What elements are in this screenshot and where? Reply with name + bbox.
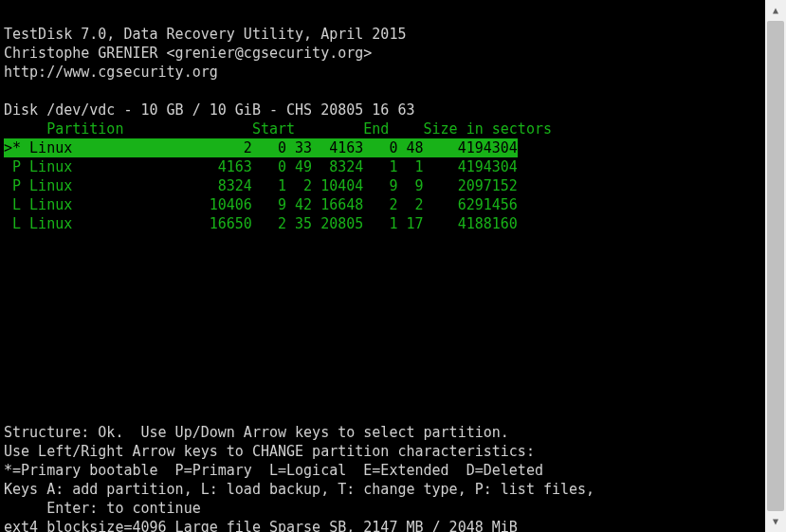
structure-status: Structure: Ok. Use Up/Down Arrow keys to… [4, 424, 509, 441]
help-line: Use Left/Right Arrow keys to CHANGE part… [4, 443, 535, 460]
scrollbar[interactable]: ▲ ▼ [765, 0, 786, 532]
partition-row[interactable]: P Linux 8324 1 2 10404 9 9 2097152 [4, 177, 518, 194]
legend-line: *=Primary bootable P=Primary L=Logical E… [4, 462, 543, 479]
app-title-line: TestDisk 7.0, Data Recovery Utility, Apr… [4, 26, 406, 43]
scrollbar-thumb[interactable] [767, 21, 784, 511]
fsinfo-line: ext4 blocksize=4096 Large_file Sparse_SB… [4, 519, 518, 532]
disk-info: Disk /dev/vdc - 10 GB / 10 GiB - CHS 208… [4, 101, 414, 119]
partition-row-selected[interactable]: >* Linux 2 0 33 4163 0 48 4194304 [4, 138, 518, 157]
partition-row[interactable]: L Linux 10406 9 42 16648 2 2 6291456 [4, 196, 518, 213]
scroll-down-icon[interactable]: ▼ [765, 511, 786, 532]
keys-line: Keys A: add partition, L: load backup, T… [4, 481, 594, 498]
terminal-output: TestDisk 7.0, Data Recovery Utility, Apr… [0, 0, 765, 532]
scroll-up-icon[interactable]: ▲ [765, 0, 786, 21]
partition-row[interactable]: P Linux 4163 0 49 8324 1 1 4194304 [4, 158, 518, 175]
url-line: http://www.cgsecurity.org [4, 64, 218, 81]
partition-table-header: Partition Start End Size in sectors [4, 120, 552, 138]
partition-row[interactable]: L Linux 16650 2 35 20805 1 17 4188160 [4, 215, 518, 232]
enter-line: Enter: to continue [4, 500, 201, 517]
author-line: Christophe GRENIER <grenier@cgsecurity.o… [4, 45, 372, 62]
